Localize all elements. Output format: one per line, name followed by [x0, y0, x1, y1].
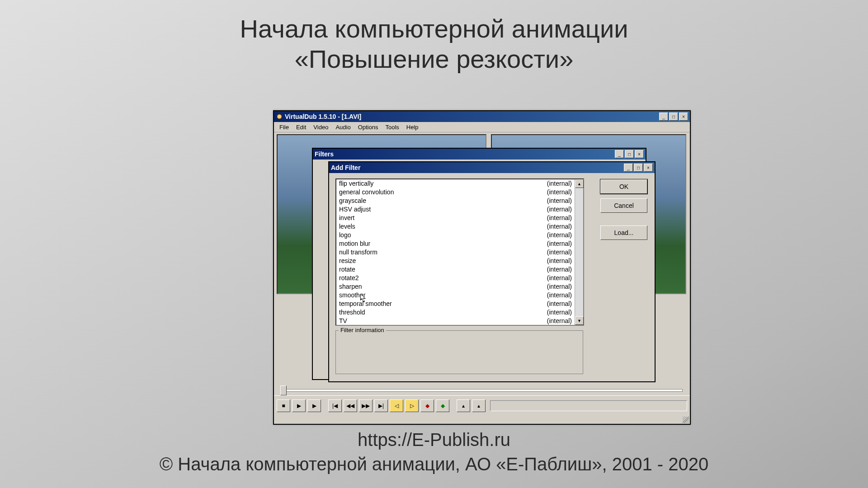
list-item[interactable]: logo(internal): [336, 231, 575, 239]
list-item[interactable]: general convolution(internal): [336, 188, 575, 197]
svg-point-0: [277, 114, 282, 119]
list-item[interactable]: invert(internal): [336, 214, 575, 222]
addfilter-titlebar[interactable]: Add Filter _ □ ×: [329, 162, 655, 173]
timeline-slider[interactable]: [277, 385, 687, 395]
filter-source: (internal): [547, 317, 572, 325]
filter-source: (internal): [547, 197, 572, 205]
filter-source: (internal): [547, 257, 572, 265]
menu-tools[interactable]: Tools: [382, 123, 402, 131]
menu-help[interactable]: Help: [403, 123, 422, 131]
list-item[interactable]: TV(internal): [336, 317, 575, 325]
filter-name: HSV adjust: [339, 205, 371, 214]
filter-name: logo: [339, 231, 351, 239]
filters-titlebar[interactable]: Filters _ □ ×: [313, 149, 646, 160]
step-back-button[interactable]: ◀◀: [344, 399, 357, 412]
list-item[interactable]: rotate(internal): [336, 265, 575, 274]
go-start-button[interactable]: |◀: [328, 399, 342, 412]
filter-source: (internal): [547, 248, 572, 257]
play-button[interactable]: ▶: [292, 399, 306, 412]
menu-options[interactable]: Options: [354, 123, 382, 131]
scroll-down-button[interactable]: ▼: [575, 316, 584, 325]
addfilter-maximize-button[interactable]: □: [634, 164, 643, 172]
slide-copyright: © Начала компьютерной анимации, АО «Е-Па…: [0, 454, 868, 474]
filter-name: levels: [339, 222, 355, 231]
menu-video[interactable]: Video: [310, 123, 332, 131]
add-filter-dialog: Add Filter _ □ × flip vertically(interna…: [328, 161, 656, 382]
filter-source: (internal): [547, 308, 572, 317]
slider-thumb[interactable]: [280, 385, 287, 395]
filter-name: temporal smoother: [339, 300, 392, 308]
filter-name: motion blur: [339, 239, 370, 248]
list-item[interactable]: motion blur(internal): [336, 239, 575, 248]
main-titlebar[interactable]: VirtualDub 1.5.10 - [1.AVI] _ □ ×: [274, 111, 690, 122]
filter-listbox[interactable]: flip vertically(internal)general convolu…: [335, 178, 584, 326]
filters-minimize-button[interactable]: _: [615, 150, 624, 158]
filter-source: (internal): [547, 214, 572, 222]
scene-next-button[interactable]: ◆: [436, 399, 449, 412]
filter-name: invert: [339, 214, 354, 222]
filter-name: null transform: [339, 248, 377, 257]
menu-audio[interactable]: Audio: [332, 123, 354, 131]
list-item[interactable]: HSV adjust(internal): [336, 205, 575, 214]
list-item[interactable]: threshold(internal): [336, 308, 575, 317]
mark-out-button[interactable]: ▴: [472, 399, 486, 412]
resize-grip-icon[interactable]: [683, 417, 689, 423]
scroll-up-button[interactable]: ▲: [575, 179, 584, 188]
ok-button[interactable]: OK: [600, 179, 647, 194]
key-prev-button[interactable]: ◁: [390, 399, 403, 412]
step-forward-button[interactable]: ▶▶: [359, 399, 373, 412]
go-end-button[interactable]: ▶|: [374, 399, 388, 412]
filter-source: (internal): [547, 265, 572, 274]
main-minimize-button[interactable]: _: [659, 113, 668, 121]
cancel-button[interactable]: Cancel: [600, 198, 647, 213]
filter-name: flip vertically: [339, 179, 373, 188]
list-item[interactable]: grayscale(internal): [336, 197, 575, 205]
slide-title-line1: Начала компьютерной анимации: [0, 14, 868, 44]
list-item[interactable]: temporal smoother(internal): [336, 300, 575, 308]
list-item[interactable]: null transform(internal): [336, 248, 575, 257]
key-next-button[interactable]: ▷: [405, 399, 419, 412]
play-output-button[interactable]: ▶: [307, 399, 321, 412]
filters-close-button[interactable]: ×: [635, 150, 644, 158]
status-field: [490, 400, 687, 411]
list-item[interactable]: levels(internal): [336, 222, 575, 231]
filter-source: (internal): [547, 231, 572, 239]
filter-information-label: Filter information: [339, 327, 386, 333]
list-item[interactable]: smoother(internal): [336, 291, 575, 300]
list-item[interactable]: sharpen(internal): [336, 282, 575, 291]
filters-maximize-button[interactable]: □: [625, 150, 634, 158]
filter-name: sharpen: [339, 282, 362, 291]
app-icon: [276, 113, 283, 120]
addfilter-minimize-button[interactable]: _: [624, 164, 633, 172]
slide-title: Начала компьютерной анимации «Повышение …: [0, 14, 868, 74]
filter-name: resize: [339, 257, 356, 265]
filter-name: threshold: [339, 308, 365, 317]
filter-source: (internal): [547, 291, 572, 300]
scene-prev-button[interactable]: ◆: [420, 399, 434, 412]
main-maximize-button[interactable]: □: [669, 113, 678, 121]
filter-source: (internal): [547, 188, 572, 197]
filters-title-text: Filters: [315, 150, 615, 158]
filter-name: grayscale: [339, 197, 366, 205]
mark-in-button[interactable]: ▴: [457, 399, 470, 412]
list-item[interactable]: flip vertically(internal): [336, 179, 575, 188]
filter-name: smoother: [339, 291, 365, 300]
main-title-text: VirtualDub 1.5.10 - [1.AVI]: [285, 113, 659, 120]
menu-edit[interactable]: Edit: [292, 123, 310, 131]
filter-source: (internal): [547, 274, 572, 282]
slide-url: https://E-Publish.ru: [0, 430, 868, 450]
addfilter-close-button[interactable]: ×: [644, 164, 653, 172]
filter-name: rotate: [339, 265, 355, 274]
list-item[interactable]: rotate2(internal): [336, 274, 575, 282]
list-item[interactable]: resize(internal): [336, 257, 575, 265]
filter-name: general convolution: [339, 188, 394, 197]
filter-source: (internal): [547, 205, 572, 214]
transport-toolbar: ■ ▶ ▶ |◀ ◀◀ ▶▶ ▶| ◁ ▷ ◆ ◆ ▴ ▴: [274, 395, 690, 416]
filter-scrollbar[interactable]: ▲ ▼: [575, 179, 583, 325]
main-close-button[interactable]: ×: [679, 113, 688, 121]
load-button[interactable]: Load...: [600, 225, 647, 240]
stop-button[interactable]: ■: [277, 399, 290, 412]
filter-information-group: Filter information: [335, 330, 583, 374]
addfilter-body: flip vertically(internal)general convolu…: [329, 173, 655, 381]
menu-file[interactable]: File: [276, 123, 292, 131]
